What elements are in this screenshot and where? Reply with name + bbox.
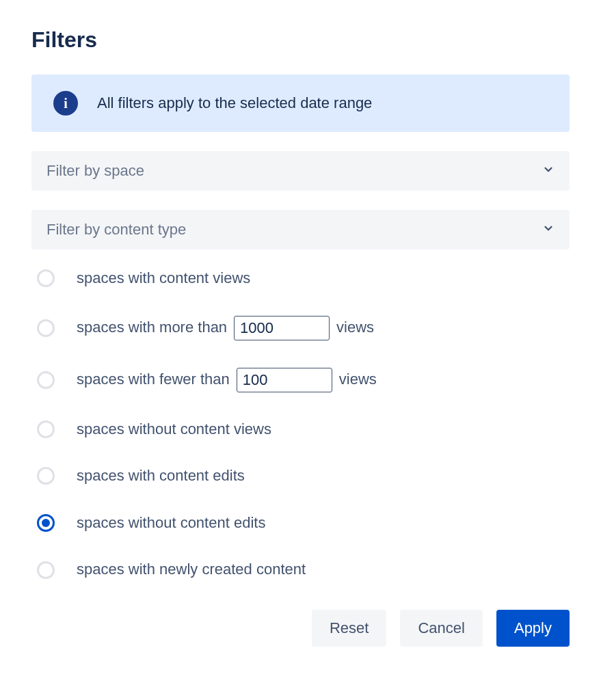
- radio-label-suffix: views: [339, 370, 377, 390]
- reset-button[interactable]: Reset: [312, 610, 386, 647]
- fewer-than-views-input[interactable]: [237, 368, 332, 392]
- radio-label: spaces with fewer than views: [77, 368, 377, 392]
- radio-label: spaces without content edits: [77, 513, 265, 533]
- radio-label: spaces without content views: [77, 420, 271, 440]
- radio-with-content-views[interactable]: spaces with content views: [37, 269, 570, 288]
- filter-by-content-type-panel[interactable]: Filter by content type: [31, 210, 570, 250]
- filter-by-space-panel[interactable]: Filter by space: [31, 151, 570, 191]
- chevron-down-icon: [542, 222, 555, 237]
- radio-more-than-views[interactable]: spaces with more than views: [37, 316, 570, 340]
- radio-control[interactable]: [37, 319, 55, 337]
- more-than-views-input[interactable]: [234, 316, 330, 340]
- radio-control[interactable]: [37, 514, 55, 532]
- radio-with-content-edits[interactable]: spaces with content edits: [37, 466, 570, 486]
- radio-fewer-than-views[interactable]: spaces with fewer than views: [37, 368, 570, 392]
- radio-label-suffix: views: [336, 318, 374, 338]
- radio-control[interactable]: [37, 561, 55, 579]
- radio-without-content-views[interactable]: spaces without content views: [37, 420, 570, 440]
- radio-label-prefix: spaces with fewer than: [77, 370, 230, 390]
- info-banner: i All filters apply to the selected date…: [31, 75, 570, 132]
- page-title: Filters: [31, 27, 570, 53]
- radio-label-prefix: spaces with more than: [77, 318, 227, 338]
- apply-button[interactable]: Apply: [496, 610, 570, 647]
- info-icon: i: [53, 91, 78, 116]
- cancel-button[interactable]: Cancel: [400, 610, 482, 647]
- chevron-down-icon: [542, 163, 555, 178]
- radio-label: spaces with content edits: [77, 466, 245, 486]
- radio-filter-list: spaces with content views spaces with mo…: [31, 269, 570, 580]
- filter-by-content-type-label: Filter by content type: [46, 221, 186, 239]
- info-message: All filters apply to the selected date r…: [97, 94, 372, 112]
- radio-label: spaces with content views: [77, 269, 250, 288]
- radio-control[interactable]: [37, 420, 55, 438]
- radio-label: spaces with newly created content: [77, 560, 306, 580]
- radio-control[interactable]: [37, 467, 55, 485]
- radio-newly-created-content[interactable]: spaces with newly created content: [37, 560, 570, 580]
- radio-control[interactable]: [37, 269, 55, 287]
- radio-control[interactable]: [37, 371, 55, 389]
- filter-by-space-label: Filter by space: [46, 162, 144, 180]
- radio-label: spaces with more than views: [77, 316, 374, 340]
- action-buttons: Reset Cancel Apply: [31, 610, 570, 647]
- radio-without-content-edits[interactable]: spaces without content edits: [37, 513, 570, 533]
